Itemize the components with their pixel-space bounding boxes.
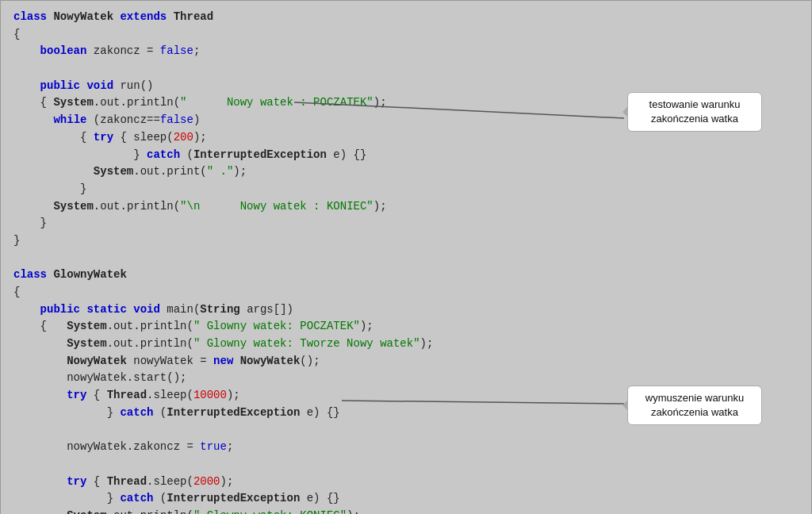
callout-force-end: wymuszenie warunku zakończenia watka bbox=[627, 386, 762, 425]
code-block: class NowyWatek extends Thread { boolean… bbox=[13, 9, 799, 514]
callout2-text: wymuszenie warunku zakończenia watka bbox=[645, 392, 744, 418]
callout-condition-test: testowanie warunku zakończenia watka bbox=[627, 92, 762, 132]
code-container: class NowyWatek extends Thread { boolean… bbox=[0, 0, 812, 514]
callout1-text: testowanie warunku zakończenia watka bbox=[649, 98, 741, 125]
